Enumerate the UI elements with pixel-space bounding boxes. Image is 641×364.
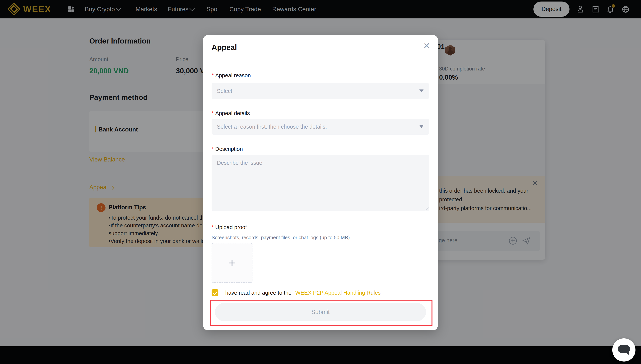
- add-file-plus-icon: +: [212, 243, 252, 282]
- description-textarea[interactable]: Describe the issue: [212, 155, 429, 211]
- upload-proof-label: *Upload proof: [212, 224, 247, 230]
- appeal-reason-label: *Appeal reason: [212, 72, 251, 79]
- agree-row: I have read and agree to the WEEX P2P Ap…: [212, 289, 381, 296]
- appeal-details-label: *Appeal details: [212, 110, 250, 116]
- annotation-highlight: [210, 300, 432, 326]
- required-asterisk: *: [212, 146, 214, 152]
- appeal-reason-select[interactable]: Select: [212, 83, 429, 99]
- description-placeholder: Describe the issue: [217, 160, 262, 166]
- required-asterisk: *: [212, 110, 214, 116]
- appeal-modal: Appeal ✕ *Appeal reason Select *Appeal d…: [203, 35, 438, 330]
- chat-bubble-icon: [618, 345, 630, 353]
- close-modal-icon[interactable]: ✕: [423, 42, 430, 50]
- chevron-down-icon: [419, 90, 423, 92]
- agree-checkbox[interactable]: [212, 289, 218, 296]
- upload-hint: Screenshots, records, payment files, or …: [212, 234, 351, 240]
- required-asterisk: *: [212, 224, 214, 230]
- resize-handle[interactable]: [424, 206, 428, 210]
- appeal-details-placeholder: Select a reason first, then choose the d…: [217, 124, 327, 130]
- description-label: *Description: [212, 146, 243, 152]
- support-chat-button[interactable]: [612, 338, 635, 362]
- appeal-reason-placeholder: Select: [217, 88, 232, 94]
- chevron-down-icon: [419, 125, 423, 128]
- upload-proof-dropzone[interactable]: +: [212, 243, 252, 283]
- appeal-rules-link[interactable]: WEEX P2P Appeal Handling Rules: [295, 290, 381, 296]
- appeal-details-select[interactable]: Select a reason first, then choose the d…: [212, 119, 429, 135]
- required-asterisk: *: [212, 72, 214, 78]
- modal-title: Appeal: [212, 43, 237, 52]
- agree-text: I have read and agree to the: [222, 290, 291, 296]
